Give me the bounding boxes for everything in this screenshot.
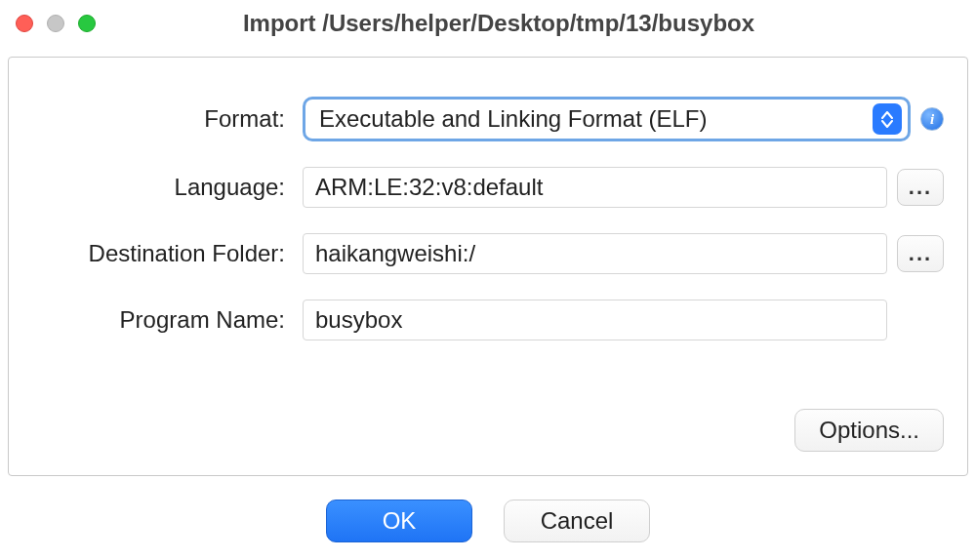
cancel-button[interactable]: Cancel <box>504 500 650 542</box>
language-row: Language: ARM:LE:32:v8:default ... <box>32 167 944 208</box>
destination-browse-button[interactable]: ... <box>897 235 944 272</box>
program-name-label: Program Name: <box>32 306 291 334</box>
close-button[interactable] <box>16 15 33 32</box>
ellipsis-icon: ... <box>909 241 932 266</box>
program-name-input[interactable]: busybox <box>303 300 887 340</box>
dialog-footer: OK Cancel <box>0 500 976 542</box>
destination-label: Destination Folder: <box>32 240 291 267</box>
info-icon[interactable]: i <box>920 107 944 131</box>
language-value: ARM:LE:32:v8:default <box>315 174 543 201</box>
format-select[interactable]: Executable and Linking Format (ELF) <box>303 97 911 141</box>
format-label: Format: <box>32 105 291 133</box>
maximize-button[interactable] <box>78 15 96 32</box>
chevron-updown-icon <box>873 103 902 135</box>
destination-value: haikangweishi:/ <box>315 240 475 267</box>
program-name-value: busybox <box>315 306 402 334</box>
format-value: Executable and Linking Format (ELF) <box>319 105 873 133</box>
options-button[interactable]: Options... <box>794 409 944 452</box>
window-title: Import /Users/helper/Desktop/tmp/13/busy… <box>96 10 902 37</box>
minimize-button[interactable] <box>47 15 64 32</box>
language-input[interactable]: ARM:LE:32:v8:default <box>303 167 887 208</box>
traffic-lights <box>16 15 96 32</box>
ok-button[interactable]: OK <box>326 500 472 542</box>
language-label: Language: <box>32 174 291 201</box>
dialog-content: Format: Executable and Linking Format (E… <box>8 57 968 476</box>
format-row: Format: Executable and Linking Format (E… <box>32 97 944 141</box>
destination-row: Destination Folder: haikangweishi:/ ... <box>32 233 944 274</box>
program-name-row: Program Name: busybox <box>32 300 944 340</box>
destination-input[interactable]: haikangweishi:/ <box>303 233 887 274</box>
options-row: Options... <box>794 409 944 452</box>
language-browse-button[interactable]: ... <box>897 169 944 206</box>
ellipsis-icon: ... <box>909 175 932 200</box>
titlebar: Import /Users/helper/Desktop/tmp/13/busy… <box>0 0 976 47</box>
